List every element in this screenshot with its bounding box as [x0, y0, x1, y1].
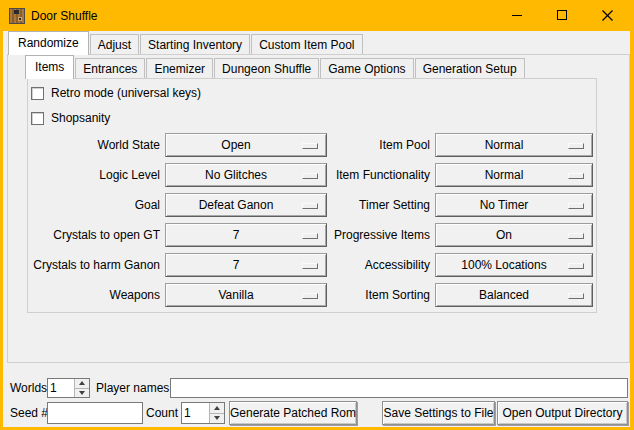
worlds-spin-down-button[interactable]	[75, 389, 89, 398]
generate-patched-rom-button[interactable]: Generate Patched Rom	[229, 401, 357, 425]
progressive-items-label: Progressive Items	[330, 223, 430, 247]
title-bar[interactable]: Door Shuffle	[0, 0, 634, 31]
tab-generation-setup[interactable]: Generation Setup	[415, 58, 525, 79]
tab-items[interactable]: Items	[25, 55, 74, 79]
tab-starting-inventory[interactable]: Starting Inventory	[140, 34, 250, 55]
world-state-dropdown[interactable]: Open	[165, 133, 327, 157]
spin-up-icon	[214, 406, 220, 410]
menu-indicator-icon	[568, 203, 584, 209]
retro-mode-label: Retro mode (universal keys)	[51, 86, 201, 101]
spin-down-icon	[79, 391, 85, 395]
maximize-button[interactable]	[540, 0, 585, 31]
weapons-dropdown[interactable]: Vanilla	[165, 283, 327, 307]
menu-indicator-icon	[568, 233, 584, 239]
window-title: Door Shuffle	[31, 9, 98, 23]
count-spin-down-button[interactable]	[210, 414, 224, 424]
world-state-label: World State	[25, 133, 160, 157]
item-pool-label: Item Pool	[330, 133, 430, 157]
menu-indicator-icon	[302, 293, 318, 299]
logic-level-label: Logic Level	[25, 163, 160, 187]
item-functionality-label: Item Functionality	[330, 163, 430, 187]
item-sorting-label: Item Sorting	[330, 283, 430, 307]
retro-mode-checkbox[interactable]	[31, 87, 44, 100]
item-functionality-dropdown[interactable]: Normal	[435, 163, 593, 187]
minimize-icon	[512, 10, 523, 21]
tab-entrances[interactable]: Entrances	[75, 58, 145, 79]
timer-setting-label: Timer Setting	[330, 193, 430, 217]
window-controls	[495, 0, 630, 31]
timer-setting-dropdown[interactable]: No Timer	[435, 193, 593, 217]
door-icon	[9, 8, 25, 24]
worlds-spin-up-button[interactable]	[75, 379, 89, 389]
menu-indicator-icon	[568, 293, 584, 299]
worlds-value[interactable]	[48, 379, 74, 397]
tab-adjust[interactable]: Adjust	[90, 34, 139, 55]
maximize-icon	[557, 10, 568, 21]
count-spinner[interactable]	[181, 402, 225, 424]
window-frame-left	[0, 31, 3, 430]
menu-indicator-icon	[302, 203, 318, 209]
count-label: Count	[146, 402, 178, 425]
item-sorting-dropdown[interactable]: Balanced	[435, 283, 593, 307]
progressive-items-dropdown[interactable]: On	[435, 223, 593, 247]
menu-indicator-icon	[568, 263, 584, 269]
accessibility-label: Accessibility	[330, 253, 430, 277]
close-icon	[602, 10, 613, 21]
accessibility-dropdown[interactable]: 100% Locations	[435, 253, 593, 277]
shopsanity-label: Shopsanity	[51, 111, 110, 126]
crystals-gt-dropdown[interactable]: 7	[165, 223, 327, 247]
goal-dropdown[interactable]: Defeat Ganon	[165, 193, 327, 217]
seed-input[interactable]	[47, 402, 143, 424]
shopsanity-row: Shopsanity	[31, 110, 110, 126]
item-pool-dropdown[interactable]: Normal	[435, 133, 593, 157]
tab-enemizer[interactable]: Enemizer	[146, 58, 213, 79]
worlds-label: Worlds	[10, 378, 47, 398]
tab-custom-item-pool[interactable]: Custom Item Pool	[251, 34, 362, 55]
retro-mode-row: Retro mode (universal keys)	[31, 85, 201, 101]
menu-indicator-icon	[568, 143, 584, 149]
tab-game-options[interactable]: Game Options	[320, 58, 413, 79]
secondary-tab-row: Items Entrances Enemizer Dungeon Shuffle…	[25, 58, 526, 79]
save-settings-button[interactable]: Save Settings to File	[382, 401, 495, 425]
shopsanity-checkbox[interactable]	[31, 112, 44, 125]
open-output-directory-button[interactable]: Open Output Directory	[497, 401, 628, 425]
seed-label: Seed #	[10, 402, 48, 425]
spin-up-icon	[79, 381, 85, 385]
menu-indicator-icon	[302, 173, 318, 179]
menu-indicator-icon	[302, 263, 318, 269]
primary-tab-row: Randomize Adjust Starting Inventory Cust…	[8, 34, 364, 55]
tab-randomize[interactable]: Randomize	[8, 31, 89, 55]
window-frame-right	[630, 31, 634, 430]
crystals-ganon-dropdown[interactable]: 7	[165, 253, 327, 277]
weapons-label: Weapons	[25, 283, 160, 307]
player-names-label: Player names	[96, 378, 169, 398]
menu-indicator-icon	[568, 173, 584, 179]
logic-level-dropdown[interactable]: No Glitches	[165, 163, 327, 187]
worlds-spinner[interactable]	[47, 378, 90, 398]
crystals-ganon-label: Crystals to harm Ganon	[25, 253, 160, 277]
player-names-input[interactable]	[170, 378, 628, 398]
crystals-gt-label: Crystals to open GT	[25, 223, 160, 247]
menu-indicator-icon	[302, 233, 318, 239]
door-shuffle-window: Door Shuffle Randomize Adjust Starting I…	[0, 0, 634, 430]
goal-label: Goal	[25, 193, 160, 217]
count-value[interactable]	[182, 403, 209, 423]
close-button[interactable]	[585, 0, 630, 31]
tab-dungeon-shuffle[interactable]: Dungeon Shuffle	[214, 58, 319, 79]
count-spin-up-button[interactable]	[210, 403, 224, 414]
minimize-button[interactable]	[495, 0, 540, 31]
menu-indicator-icon	[302, 143, 318, 149]
spin-down-icon	[214, 416, 220, 420]
